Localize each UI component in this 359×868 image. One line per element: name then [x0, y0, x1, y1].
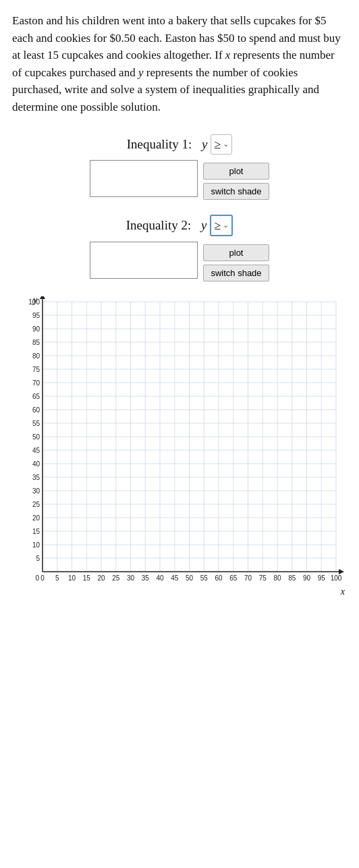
- svg-text:0: 0: [35, 574, 39, 582]
- graph-svg: 5101520253035404550556065707580859095100…: [14, 296, 345, 587]
- svg-text:90: 90: [32, 325, 40, 333]
- svg-text:60: 60: [215, 574, 223, 582]
- svg-text:5: 5: [36, 555, 40, 562]
- svg-text:60: 60: [32, 406, 40, 414]
- svg-text:70: 70: [32, 379, 40, 387]
- inequality1-label: Inequality 1: y ≥ ⌄: [127, 134, 233, 155]
- svg-text:50: 50: [32, 433, 40, 441]
- ineq2-sign: ≥: [214, 217, 221, 234]
- svg-text:45: 45: [171, 574, 179, 582]
- svg-text:55: 55: [32, 420, 40, 427]
- svg-text:65: 65: [32, 393, 40, 400]
- ineq1-sign: ≥: [214, 136, 221, 153]
- problem-text: Easton and his children went into a bake…: [12, 12, 347, 115]
- svg-text:30: 30: [32, 487, 40, 495]
- inequality2-input[interactable]: [90, 242, 198, 279]
- svg-marker-85: [40, 296, 45, 299]
- svg-text:95: 95: [318, 574, 326, 582]
- svg-text:10: 10: [68, 574, 76, 582]
- svg-text:100: 100: [331, 574, 342, 582]
- inequality2-plot-button[interactable]: plot: [203, 244, 269, 261]
- svg-text:5: 5: [55, 574, 59, 582]
- ineq2-sign-dropdown[interactable]: ≥ ⌄: [210, 215, 233, 236]
- x-axis-label: x: [341, 585, 345, 599]
- inequality1-btn-group: plot switch shade: [203, 160, 269, 200]
- svg-text:15: 15: [32, 528, 40, 535]
- inequality1-section: Inequality 1: y ≥ ⌄ plot switch shade: [12, 134, 347, 200]
- inequality2-label: Inequality 2: y ≥ ⌄: [126, 215, 233, 236]
- ineq1-var: y: [202, 135, 207, 154]
- svg-text:40: 40: [32, 460, 40, 468]
- svg-text:40: 40: [156, 574, 164, 582]
- inequality2-controls: plot switch shade: [90, 242, 269, 281]
- ineq2-var: y: [201, 216, 206, 235]
- svg-text:85: 85: [288, 574, 296, 582]
- inequality2-switch-button[interactable]: switch shade: [203, 265, 269, 281]
- inequality1-input[interactable]: [90, 160, 198, 197]
- chevron-down-icon2: ⌄: [223, 220, 229, 231]
- svg-text:45: 45: [32, 447, 40, 454]
- svg-text:95: 95: [32, 312, 40, 319]
- svg-text:85: 85: [32, 339, 40, 346]
- chevron-down-icon: ⌄: [223, 139, 229, 150]
- svg-text:35: 35: [32, 474, 40, 481]
- svg-text:75: 75: [32, 366, 40, 373]
- inequality2-section: Inequality 2: y ≥ ⌄ plot switch shade: [12, 215, 347, 281]
- ineq1-sign-dropdown[interactable]: ≥ ⌄: [211, 134, 232, 155]
- svg-text:90: 90: [303, 574, 311, 582]
- svg-text:20: 20: [32, 514, 40, 522]
- svg-text:65: 65: [229, 574, 238, 582]
- svg-text:55: 55: [200, 574, 209, 582]
- svg-marker-87: [339, 569, 344, 574]
- inequality2-btn-group: plot switch shade: [203, 242, 269, 281]
- svg-text:0: 0: [40, 574, 45, 582]
- svg-text:50: 50: [186, 574, 194, 582]
- svg-text:15: 15: [83, 574, 91, 582]
- svg-text:75: 75: [259, 574, 267, 582]
- svg-text:25: 25: [112, 574, 120, 582]
- svg-text:70: 70: [244, 574, 252, 582]
- inequality1-plot-button[interactable]: plot: [203, 163, 269, 180]
- svg-text:10: 10: [32, 541, 40, 549]
- graph-container: y 51015202530354045505560657075808590951…: [14, 296, 345, 587]
- svg-text:30: 30: [127, 574, 135, 582]
- y-axis-label: y: [33, 294, 37, 307]
- svg-text:25: 25: [32, 501, 40, 508]
- inequality1-controls: plot switch shade: [90, 160, 269, 200]
- ineq1-title: Inequality 1:: [127, 135, 192, 154]
- svg-text:35: 35: [142, 574, 150, 582]
- svg-text:80: 80: [32, 352, 40, 360]
- svg-text:20: 20: [97, 574, 105, 582]
- ineq2-title: Inequality 2:: [126, 216, 192, 235]
- inequality1-switch-button[interactable]: switch shade: [203, 183, 269, 200]
- svg-text:80: 80: [273, 574, 281, 582]
